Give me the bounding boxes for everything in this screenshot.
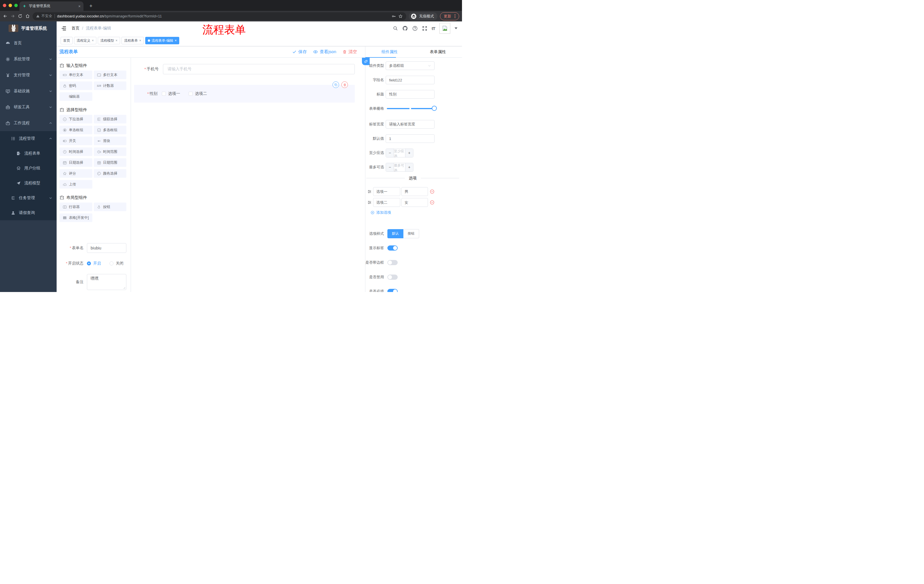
sidebar-item-infrastructure[interactable]: 基础设施: [0, 83, 57, 99]
avatar[interactable]: [439, 23, 450, 34]
view-json-button[interactable]: 查看json: [313, 49, 336, 54]
add-option-button[interactable]: 添加选项: [371, 210, 462, 215]
github-icon[interactable]: [402, 25, 408, 31]
url-text[interactable]: dashboard.yudao.iocoder.cn/bpm/manager/f…: [57, 14, 389, 18]
sidebar-item-leave-query[interactable]: 请假查询: [0, 206, 57, 220]
palette-item-rate[interactable]: 评分: [59, 169, 92, 178]
status-off-label[interactable]: 关闭: [116, 261, 124, 266]
sidebar-item-task-management[interactable]: 任务管理: [0, 191, 57, 206]
tag-close-icon[interactable]: ×: [175, 39, 177, 43]
option-drag-icon[interactable]: [367, 189, 372, 194]
tab-component-props[interactable]: 组件属性: [365, 46, 414, 58]
status-radio-off[interactable]: [109, 262, 114, 265]
stepper-plus-icon[interactable]: +: [405, 149, 413, 157]
palette-item-upload[interactable]: 上传: [59, 180, 92, 189]
max-select-stepper[interactable]: − 最多可选 +: [386, 163, 413, 172]
tab-close-icon[interactable]: ×: [78, 4, 81, 8]
checkbox-icon[interactable]: [162, 92, 166, 96]
status-on-label[interactable]: 开启: [93, 261, 101, 266]
remove-option-icon[interactable]: [430, 200, 434, 205]
gender-field-block[interactable]: *性别 选项一 选项二: [134, 85, 355, 102]
back-icon[interactable]: [3, 14, 8, 18]
tab-form-props[interactable]: 表单属性: [414, 46, 462, 58]
form-name-input[interactable]: biubiu: [87, 243, 126, 253]
tag-close-icon[interactable]: ×: [139, 39, 141, 43]
phone-field-row[interactable]: *手机号 请输入手机号: [131, 64, 355, 74]
option-value-input[interactable]: 女: [401, 198, 428, 207]
palette-item-time-range[interactable]: 时间范围: [94, 147, 127, 156]
key-icon[interactable]: [391, 14, 396, 18]
copy-component-button[interactable]: [332, 81, 339, 88]
sidebar-item-user-group[interactable]: 用户分组: [0, 161, 57, 176]
sidebar-brand[interactable]: 芋道管理系统: [0, 21, 57, 35]
sidebar-item-process-management[interactable]: 流程管理: [0, 131, 57, 146]
home-icon[interactable]: [25, 14, 30, 18]
traffic-light-minimize[interactable]: [8, 4, 12, 7]
browser-menu-icon[interactable]: [455, 14, 455, 18]
slider-handle[interactable]: [432, 106, 437, 111]
option-label-input[interactable]: 选项一: [373, 187, 400, 196]
search-icon[interactable]: [393, 26, 398, 31]
palette-item-editor[interactable]: 编辑器: [59, 92, 92, 101]
font-size-icon[interactable]: tT: [432, 26, 435, 31]
browser-tab[interactable]: 芋道管理系统 ×: [20, 2, 84, 11]
forward-icon[interactable]: [10, 14, 15, 18]
component-type-select[interactable]: 多选框组: [386, 61, 434, 70]
palette-item-time-picker[interactable]: 时间选择: [59, 147, 92, 156]
reload-icon[interactable]: [18, 14, 23, 18]
tag-process-definition[interactable]: 流程定义×: [74, 37, 96, 44]
required-switch[interactable]: [388, 289, 398, 292]
style-button-button[interactable]: 按钮: [403, 229, 419, 238]
status-radio-on[interactable]: [87, 262, 91, 265]
new-tab-button[interactable]: +: [87, 3, 94, 10]
sidebar-item-workflow[interactable]: 工作流程: [0, 115, 57, 131]
panel-handle[interactable]: [362, 58, 370, 65]
stepper-plus-icon[interactable]: +: [405, 163, 413, 171]
option-label-input[interactable]: 选项二: [373, 198, 400, 207]
traffic-light-close[interactable]: [3, 4, 6, 7]
palette-item-checkbox-group[interactable]: 多选框组: [94, 126, 127, 134]
tag-close-icon[interactable]: ×: [116, 39, 117, 43]
palette-item-date-picker[interactable]: 日期选择: [59, 158, 92, 167]
gender-option-2[interactable]: 选项二: [189, 91, 207, 96]
stepper-minus-icon[interactable]: −: [386, 149, 394, 157]
palette-item-row-container[interactable]: 行容器: [59, 202, 92, 211]
gender-option-1[interactable]: 选项一: [162, 91, 180, 96]
bookmark-star-icon[interactable]: [398, 14, 403, 18]
palette-item-table[interactable]: 表格[开发中]: [59, 214, 92, 222]
sidebar-item-home[interactable]: 首页: [0, 35, 57, 51]
address-bar[interactable]: 不安全 dashboard.yudao.iocoder.cn/bpm/manag…: [33, 12, 406, 20]
phone-field-input[interactable]: 请输入手机号: [163, 64, 355, 74]
remove-option-icon[interactable]: [430, 189, 434, 194]
palette-item-cascader[interactable]: 级联选择: [94, 115, 127, 123]
palette-item-radio-group[interactable]: 单选框组: [59, 126, 92, 134]
tag-home[interactable]: 首页: [61, 37, 73, 44]
option-value-input[interactable]: 男: [401, 187, 428, 196]
fullscreen-icon[interactable]: [422, 26, 427, 31]
disabled-switch[interactable]: [388, 275, 398, 280]
tag-process-model[interactable]: 流程模型×: [98, 37, 120, 44]
tag-process-form[interactable]: 流程表单×: [122, 37, 144, 44]
menu-fold-icon[interactable]: [61, 26, 67, 31]
palette-item-password[interactable]: 密码: [59, 81, 92, 90]
sidebar-item-payment[interactable]: 支付管理: [0, 67, 57, 83]
breadcrumb-home[interactable]: 首页: [71, 26, 79, 31]
default-value-input[interactable]: 1: [386, 134, 434, 143]
palette-item-multi-text[interactable]: 多行文本: [94, 71, 127, 79]
min-select-stepper[interactable]: − 至少应选 +: [386, 148, 413, 158]
tag-close-icon[interactable]: ×: [92, 39, 94, 43]
palette-item-color-picker[interactable]: 颜色选择: [94, 169, 127, 178]
stepper-value[interactable]: 至少应选: [394, 149, 405, 157]
palette-item-switch[interactable]: 开关: [59, 137, 92, 145]
palette-item-counter[interactable]: 123计数器: [94, 81, 127, 90]
traffic-light-zoom[interactable]: [14, 4, 18, 7]
save-button[interactable]: 保存: [292, 49, 307, 54]
sidebar-item-system[interactable]: 系统管理: [0, 51, 57, 67]
update-button[interactable]: 更新: [440, 12, 459, 20]
palette-item-select[interactable]: 下拉选择: [59, 115, 92, 123]
label-width-input[interactable]: 请输入标签宽度: [386, 120, 434, 128]
stepper-minus-icon[interactable]: −: [386, 163, 394, 171]
sidebar-item-devtools[interactable]: 研发工具: [0, 99, 57, 115]
palette-item-single-text[interactable]: 单行文本: [59, 71, 92, 79]
option-drag-icon[interactable]: [367, 200, 372, 204]
